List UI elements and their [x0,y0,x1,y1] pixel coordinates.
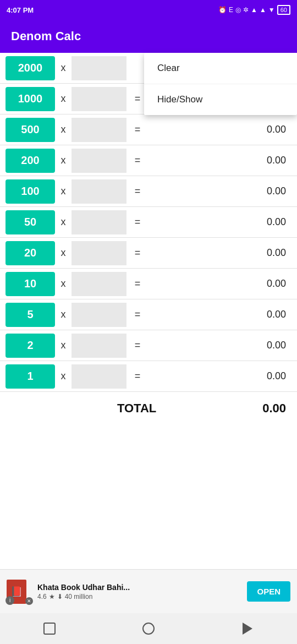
calc-row-5: 5 x = 0.00 [0,299,297,330]
nav-home-button[interactable] [138,618,160,640]
ad-downloads-count: 40 million [65,593,93,601]
eq-sign-100: = [127,185,148,197]
ad-text: Khata Book Udhar Bahi... 4.6 ★ ⬇ 40 mill… [37,583,240,601]
triangle-icon [243,623,252,635]
result-200: 0.00 [148,155,297,166]
ad-open-button[interactable]: OPEN [247,581,290,602]
result-2: 0.00 [148,340,297,351]
qty-input-5[interactable] [72,303,127,327]
alarm-icon: ⏰ [218,6,227,14]
denom-btn-20[interactable]: 20 [6,241,55,265]
ad-banner: 📕 i ✕ Khata Book Udhar Bahi... 4.6 ★ ⬇ 4… [0,569,297,613]
ad-stars: ★ [49,593,55,601]
eq-sign-1: = [127,370,148,382]
signal2-icon: ▲ [260,6,266,14]
ad-app-name: Khata Book Udhar Bahi... [37,583,240,592]
total-label: TOTAL [11,401,262,416]
dropdown-menu: Clear Hide/Show [144,53,297,115]
denom-btn-500[interactable]: 500 [6,118,55,142]
calc-row-100: 100 x = 0.00 [0,176,297,207]
result-100: 0.00 [148,185,297,197]
nav-back-button[interactable] [237,618,258,640]
ad-rating-value: 4.6 [37,593,47,601]
qty-input-200[interactable] [72,149,127,173]
circle-icon [142,623,155,635]
mult-sign-100: x [55,185,72,197]
signal1-icon: ▲ [251,6,257,14]
book-glyph: 📕 [10,586,23,598]
ad-rating-row: 4.6 ★ ⬇ 40 million [37,593,240,601]
mult-sign-1: x [55,370,72,382]
qty-input-1000[interactable] [72,87,127,111]
eq-sign-2: = [127,340,148,351]
denom-btn-200[interactable]: 200 [6,149,55,173]
wifi-icon: ▼ [268,6,275,14]
calc-row-500: 500 x = 0.00 [0,114,297,145]
result-10: 0.00 [148,278,297,290]
nav-recent-apps-button[interactable] [38,618,61,640]
denom-btn-5[interactable]: 5 [6,303,55,327]
mult-sign-20: x [55,247,72,259]
total-row: TOTAL 0.00 [0,392,297,425]
calc-row-50: 50 x = 0.00 [0,207,297,238]
result-20: 0.00 [148,247,297,259]
result-1: 0.00 [148,370,297,382]
eq-sign-10: = [127,278,148,290]
eq-sign-500: = [127,124,148,135]
result-50: 0.00 [148,216,297,228]
bottom-nav [0,613,297,644]
ad-close-icon[interactable]: ✕ [25,597,33,605]
calc-row-20: 20 x = 0.00 [0,238,297,269]
mult-sign-200: x [55,155,72,166]
status-icons: ⏰ E ◎ ✲ ▲ ▲ ▼ 60 [218,5,290,15]
denom-btn-10[interactable]: 10 [6,272,55,296]
qty-input-1[interactable] [72,364,127,389]
result-500: 0.00 [148,124,297,135]
eq-sign-20: = [127,247,148,259]
eq-sign-50: = [127,216,148,228]
mult-sign-10: x [55,278,72,290]
ad-icon-wrap: 📕 i ✕ [7,580,31,604]
app-title: Denom Calc [11,29,81,43]
qty-input-10[interactable] [72,272,127,296]
dropdown-item-hide-show[interactable]: Hide/Show [144,84,297,115]
whatsapp-icon: ◎ [235,6,241,14]
denom-btn-1[interactable]: 1 [6,364,55,389]
battery-icon: 60 [277,5,290,15]
e-icon: E [229,6,233,14]
calc-row-1: 1 x = 0.00 [0,361,297,392]
square-icon [43,623,56,635]
dropdown-item-clear[interactable]: Clear [144,53,297,84]
calc-row-10: 10 x = 0.00 [0,269,297,299]
bluetooth-icon: ✲ [243,6,249,14]
total-value: 0.00 [262,401,286,416]
qty-input-500[interactable] [72,118,127,142]
mult-sign-50: x [55,216,72,228]
calc-row-2: 2 x = 0.00 [0,330,297,361]
mult-sign-500: x [55,124,72,135]
ad-info-icon: i [6,596,14,605]
result-5: 0.00 [148,309,297,320]
app-bar: Denom Calc [0,20,297,53]
ad-downloads-label: ⬇ [57,593,63,601]
mult-sign-5: x [55,309,72,320]
qty-input-50[interactable] [72,210,127,234]
status-time: 4:07 PM [7,6,34,14]
status-bar: 4:07 PM ⏰ E ◎ ✲ ▲ ▲ ▼ 60 [0,0,297,20]
mult-sign-2: x [55,340,72,351]
denom-btn-2000[interactable]: 2000 [6,56,55,80]
denom-btn-1000[interactable]: 1000 [6,87,55,111]
qty-input-100[interactable] [72,179,127,204]
mult-sign-1000: x [55,93,72,105]
qty-input-20[interactable] [72,241,127,265]
eq-sign-5: = [127,309,148,320]
denom-btn-2[interactable]: 2 [6,334,55,358]
denom-btn-50[interactable]: 50 [6,210,55,234]
mult-sign-2000: x [55,62,72,74]
eq-sign-200: = [127,155,148,166]
qty-input-2[interactable] [72,334,127,358]
qty-input-2000[interactable] [72,56,127,80]
denom-btn-100[interactable]: 100 [6,179,55,204]
calc-row-200: 200 x = 0.00 [0,145,297,176]
